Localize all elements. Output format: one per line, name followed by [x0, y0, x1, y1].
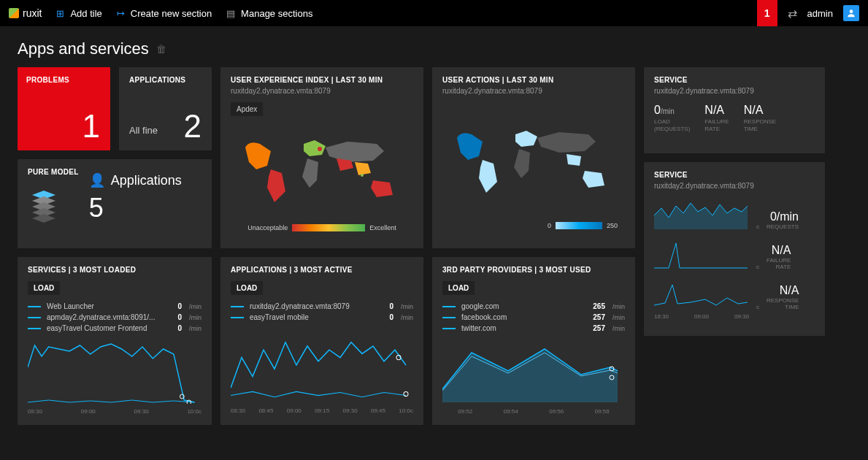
tile-applications[interactable]: APPLICATIONS All fine 2 — [119, 67, 212, 150]
user-icon — [846, 8, 856, 18]
manage-sections-button[interactable]: ▤ Manage sections — [226, 8, 312, 19]
add-tile-button[interactable]: ⊞ Add tile — [56, 8, 101, 19]
column-right: SERVICE ruxitday2.dynatrace.vmta:8079 0/… — [644, 67, 825, 425]
third-party-chart — [442, 338, 625, 404]
column-mid1: USER EXPERIENCE INDEX | LAST 30 MIN ruxi… — [220, 67, 423, 425]
chart-ticks: 18:3009:0009:30 — [654, 313, 749, 320]
chart-ticks: 09:5209:5409:5609:58 — [442, 408, 625, 415]
tile-problems[interactable]: PROBLEMS 1 — [18, 67, 110, 150]
tile-service-2[interactable]: SERVICE ruxitday2.dynatrace.vmta:8079 c0… — [644, 162, 825, 336]
user-icon: 👤 — [89, 172, 105, 188]
line-indicator-icon — [28, 306, 41, 307]
apps-active-chart — [231, 327, 413, 403]
list-item[interactable]: facebook.com257/min — [442, 312, 625, 323]
world-map-apdex — [231, 122, 413, 217]
problems-row: PROBLEMS 1 APPLICATIONS All fine 2 — [18, 67, 212, 150]
list-item[interactable]: google.com265/min — [442, 301, 625, 312]
actions-legend: 0 250 — [442, 222, 625, 229]
tile-third-party[interactable]: 3RD PARTY PROVIDERS | 3 MOST USED LOAD g… — [432, 257, 635, 425]
tile-pure-model[interactable]: PURE MODEL 👤Applications 5 — [18, 159, 212, 248]
page-title: Apps and services 🗑 — [0, 26, 868, 67]
service1-metrics: 0/minLOAD(REQUESTS)N/AFAILURERATEN/ARESP… — [654, 104, 815, 132]
create-section-button[interactable]: ↦ Create new section — [117, 8, 212, 19]
notification-badge[interactable]: 1 — [757, 0, 777, 26]
list-item[interactable]: ruxitday2.dynatrace.vmta:80790/min — [231, 301, 413, 312]
tile-user-experience[interactable]: USER EXPERIENCE INDEX | LAST 30 MIN ruxi… — [220, 67, 423, 248]
line-indicator-icon — [28, 317, 41, 318]
mini-chart — [654, 237, 749, 270]
line-indicator-icon — [442, 306, 456, 307]
metric: 0/minLOAD(REQUESTS) — [654, 104, 690, 132]
svg-point-8 — [318, 147, 322, 151]
avatar[interactable] — [843, 5, 859, 21]
pure-left: PURE MODEL — [28, 168, 79, 239]
tile-user-actions[interactable]: USER ACTIONS | LAST 30 MIN ruxitday2.dyn… — [432, 67, 635, 248]
svg-marker-5 — [32, 214, 55, 223]
sections-icon: ▤ — [226, 8, 235, 19]
svg-point-0 — [850, 9, 853, 13]
stack-icon — [28, 189, 60, 226]
metric: N/ARESPONSETIME — [744, 104, 776, 132]
trash-icon[interactable]: 🗑 — [156, 43, 166, 55]
gradient-bar — [292, 224, 365, 231]
tile-apps-active[interactable]: APPLICATIONS | 3 MOST ACTIVE LOAD ruxitd… — [220, 257, 423, 425]
svg-point-11 — [404, 391, 408, 396]
list-item[interactable]: apmday2.dynatrace.vmta:8091/...0/min — [28, 312, 201, 323]
tile-services-loaded[interactable]: SERVICES | 3 MOST LOADED LOAD Web Launch… — [18, 257, 212, 425]
service2-metric-row: c0/minREQUESTS — [654, 197, 815, 230]
services-chart — [28, 338, 201, 404]
svg-marker-15 — [654, 203, 748, 229]
line-indicator-icon — [28, 328, 41, 329]
mini-chart — [654, 277, 749, 310]
topbar-right: 1 ⇄ admin — [757, 0, 859, 26]
list-item[interactable]: twitter.com257/min — [442, 323, 625, 334]
chart-ticks: 08:3008:4509:0009:1509:3009:4510:0c — [231, 407, 413, 414]
third-party-list: google.com265/minfacebook.com257/mintwit… — [442, 301, 625, 334]
user-label[interactable]: admin — [807, 8, 833, 19]
service2-rows: c0/minREQUESTScN/AFAILURERATEcN/ARESPONS… — [654, 197, 815, 310]
service2-metric-row: cN/AFAILURERATE — [654, 237, 815, 270]
pure-right: 👤Applications 5 — [89, 168, 182, 239]
service2-metric-row: cN/ARESPONSETIME — [654, 277, 815, 310]
topbar: ruxit ⊞ Add tile ↦ Create new section ▤ … — [0, 0, 868, 26]
blue-gradient-bar — [556, 222, 602, 229]
column-left: PROBLEMS 1 APPLICATIONS All fine 2 PURE … — [18, 67, 212, 425]
world-map-actions — [442, 105, 625, 215]
mini-chart — [654, 197, 749, 230]
apdex-legend: Unacceptable Excellent — [231, 224, 413, 231]
brand-name: ruxit — [23, 7, 42, 19]
plus-section-icon: ↦ — [117, 8, 125, 19]
chart-ticks: 08:3009:0009:3010:0c — [28, 408, 201, 415]
list-item[interactable]: easyTravel mobile0/min — [231, 312, 413, 323]
line-indicator-icon — [442, 328, 456, 329]
line-indicator-icon — [231, 306, 244, 307]
apps-active-list: ruxitday2.dynatrace.vmta:80790/mineasyTr… — [231, 301, 413, 323]
line-indicator-icon — [442, 317, 456, 318]
service-list: Web Launcher0/minapmday2.dynatrace.vmta:… — [28, 301, 201, 334]
share-icon[interactable]: ⇄ — [788, 7, 797, 20]
plus-grid-icon: ⊞ — [56, 8, 64, 19]
list-item[interactable]: Web Launcher0/min — [28, 301, 201, 312]
logo[interactable]: ruxit — [9, 7, 42, 19]
tile-service-1[interactable]: SERVICE ruxitday2.dynatrace.vmta:8079 0/… — [644, 67, 825, 153]
line-indicator-icon — [231, 317, 244, 318]
metric: N/AFAILURERATE — [704, 104, 729, 132]
svg-point-9 — [361, 174, 364, 177]
logo-icon — [9, 8, 19, 18]
dashboard: PROBLEMS 1 APPLICATIONS All fine 2 PURE … — [0, 67, 868, 425]
column-mid2: USER ACTIONS | LAST 30 MIN ruxitday2.dyn… — [432, 67, 635, 425]
list-item[interactable]: easyTravel Customer Frontend0/min — [28, 323, 201, 334]
